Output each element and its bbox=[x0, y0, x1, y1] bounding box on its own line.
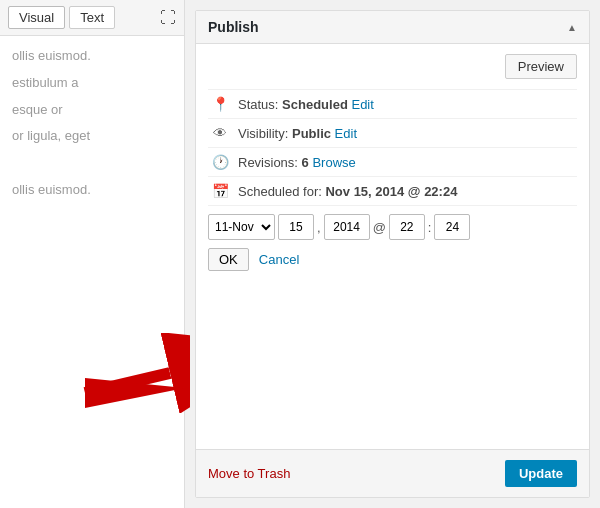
visibility-row: 👁 Visibility: Public Edit bbox=[208, 118, 577, 147]
editor-toolbar: Visual Text ⛶ bbox=[0, 0, 184, 36]
hour-input[interactable] bbox=[389, 214, 425, 240]
revisions-row: 🕐 Revisions: 6 Browse bbox=[208, 147, 577, 176]
revisions-label: Revisions: bbox=[238, 155, 298, 170]
revisions-value: 6 bbox=[302, 155, 309, 170]
date-editor: 01-Jan 02-Feb 03-Mar 04-Apr 05-May 06-Ju… bbox=[208, 205, 577, 279]
publish-panel: Publish ▲ Preview 📍 Status: Scheduled Ed… bbox=[195, 10, 590, 498]
scheduled-value: Nov 15, 2014 @ 22:24 bbox=[325, 184, 457, 199]
ok-button[interactable]: OK bbox=[208, 248, 249, 271]
comma-sep: , bbox=[317, 220, 321, 235]
status-icon: 📍 bbox=[208, 96, 232, 112]
date-actions: OK Cancel bbox=[208, 248, 577, 271]
day-input[interactable] bbox=[278, 214, 314, 240]
tab-visual[interactable]: Visual bbox=[8, 6, 65, 29]
update-button[interactable]: Update bbox=[505, 460, 577, 487]
date-inputs: 01-Jan 02-Feb 03-Mar 04-Apr 05-May 06-Ju… bbox=[208, 214, 577, 240]
month-select[interactable]: 01-Jan 02-Feb 03-Mar 04-Apr 05-May 06-Ju… bbox=[208, 214, 275, 240]
colon-sep: : bbox=[428, 220, 432, 235]
collapse-icon[interactable]: ▲ bbox=[567, 22, 577, 33]
status-value: Scheduled bbox=[282, 97, 348, 112]
at-sep: @ bbox=[373, 220, 386, 235]
status-row: 📍 Status: Scheduled Edit bbox=[208, 89, 577, 118]
status-label: Status: bbox=[238, 97, 278, 112]
publish-body: Preview 📍 Status: Scheduled Edit 👁 Visib… bbox=[196, 44, 589, 449]
year-input[interactable] bbox=[324, 214, 370, 240]
publish-footer: Move to Trash Update bbox=[196, 449, 589, 497]
editor-content: ollis euismod. estibulum a esque or or l… bbox=[0, 36, 184, 508]
status-edit-link[interactable]: Edit bbox=[351, 97, 373, 112]
fullscreen-icon[interactable]: ⛶ bbox=[160, 9, 176, 27]
visibility-value: Public bbox=[292, 126, 331, 141]
editor-panel: Visual Text ⛶ ollis euismod. estibulum a… bbox=[0, 0, 185, 508]
revisions-browse-link[interactable]: Browse bbox=[312, 155, 355, 170]
visibility-label: Visibility: bbox=[238, 126, 288, 141]
preview-button[interactable]: Preview bbox=[505, 54, 577, 79]
preview-row: Preview bbox=[208, 54, 577, 79]
tab-text[interactable]: Text bbox=[69, 6, 115, 29]
editor-text: ollis euismod. estibulum a esque or or l… bbox=[12, 46, 172, 201]
minute-input[interactable] bbox=[434, 214, 470, 240]
scheduled-icon: 📅 bbox=[208, 183, 232, 199]
revisions-icon: 🕐 bbox=[208, 154, 232, 170]
publish-title: Publish bbox=[208, 19, 259, 35]
scheduled-row: 📅 Scheduled for: Nov 15, 2014 @ 22:24 bbox=[208, 176, 577, 205]
visibility-edit-link[interactable]: Edit bbox=[335, 126, 357, 141]
cancel-link[interactable]: Cancel bbox=[259, 252, 299, 267]
scheduled-label: Scheduled for: bbox=[238, 184, 322, 199]
publish-header: Publish ▲ bbox=[196, 11, 589, 44]
visibility-icon: 👁 bbox=[208, 125, 232, 141]
trash-link[interactable]: Move to Trash bbox=[208, 466, 290, 481]
